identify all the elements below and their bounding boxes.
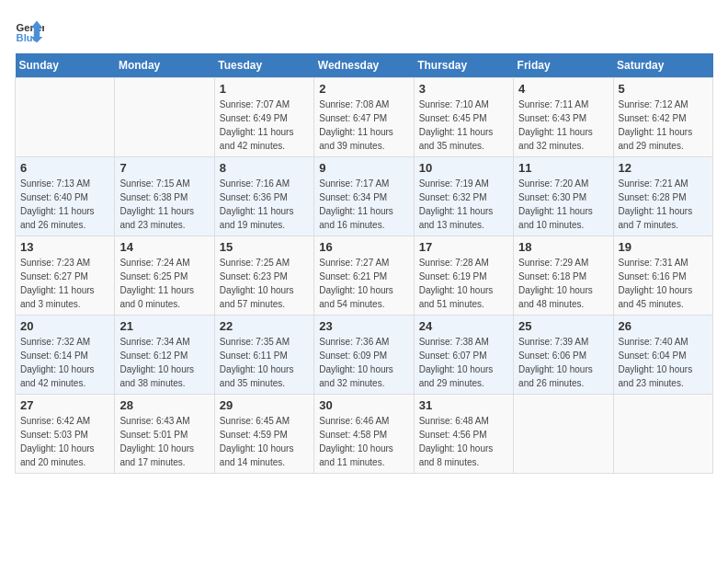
- calendar-cell: 14Sunrise: 7:24 AMSunset: 6:25 PMDayligh…: [115, 236, 214, 316]
- calendar-cell: 5Sunrise: 7:12 AMSunset: 6:42 PMDaylight…: [613, 78, 712, 157]
- week-row-2: 6Sunrise: 7:13 AMSunset: 6:40 PMDaylight…: [16, 157, 713, 236]
- calendar-cell: 9Sunrise: 7:17 AMSunset: 6:34 PMDaylight…: [314, 157, 414, 236]
- column-header-sunday: Sunday: [16, 53, 115, 78]
- day-info: Sunrise: 6:46 AMSunset: 4:58 PMDaylight:…: [319, 414, 408, 469]
- calendar-cell: [115, 78, 214, 157]
- calendar-cell: 21Sunrise: 7:34 AMSunset: 6:12 PMDayligh…: [115, 316, 214, 395]
- day-number: 31: [419, 398, 508, 412]
- day-info: Sunrise: 7:34 AMSunset: 6:12 PMDaylight:…: [119, 335, 209, 390]
- day-number: 18: [518, 240, 608, 254]
- day-info: Sunrise: 7:32 AMSunset: 6:14 PMDaylight:…: [20, 335, 109, 390]
- day-number: 8: [220, 161, 309, 175]
- day-number: 24: [419, 319, 508, 333]
- day-info: Sunrise: 7:25 AMSunset: 6:23 PMDaylight:…: [220, 256, 309, 311]
- day-info: Sunrise: 6:48 AMSunset: 4:56 PMDaylight:…: [419, 414, 508, 469]
- calendar-cell: 28Sunrise: 6:43 AMSunset: 5:01 PMDayligh…: [115, 395, 214, 474]
- day-info: Sunrise: 7:38 AMSunset: 6:07 PMDaylight:…: [419, 335, 508, 390]
- day-info: Sunrise: 6:42 AMSunset: 5:03 PMDaylight:…: [20, 414, 109, 469]
- day-info: Sunrise: 7:39 AMSunset: 6:06 PMDaylight:…: [518, 335, 608, 390]
- day-info: Sunrise: 7:13 AMSunset: 6:40 PMDaylight:…: [20, 177, 109, 232]
- day-info: Sunrise: 7:07 AMSunset: 6:49 PMDaylight:…: [220, 98, 309, 153]
- day-number: 10: [419, 161, 508, 175]
- day-info: Sunrise: 7:27 AMSunset: 6:21 PMDaylight:…: [319, 256, 408, 311]
- calendar-cell: 12Sunrise: 7:21 AMSunset: 6:28 PMDayligh…: [613, 157, 712, 236]
- day-info: Sunrise: 7:12 AMSunset: 6:42 PMDaylight:…: [619, 98, 708, 153]
- logo: General Blue: [15, 15, 50, 44]
- day-info: Sunrise: 7:29 AMSunset: 6:18 PMDaylight:…: [518, 256, 608, 311]
- day-info: Sunrise: 7:40 AMSunset: 6:04 PMDaylight:…: [619, 335, 708, 390]
- day-number: 30: [319, 398, 408, 412]
- calendar-cell: 26Sunrise: 7:40 AMSunset: 6:04 PMDayligh…: [613, 316, 712, 395]
- day-number: 9: [319, 161, 408, 175]
- calendar-cell: [514, 395, 613, 474]
- day-info: Sunrise: 7:19 AMSunset: 6:32 PMDaylight:…: [419, 177, 508, 232]
- calendar-cell: 4Sunrise: 7:11 AMSunset: 6:43 PMDaylight…: [514, 78, 613, 157]
- week-row-1: 1Sunrise: 7:07 AMSunset: 6:49 PMDaylight…: [16, 78, 713, 157]
- day-number: 14: [119, 240, 209, 254]
- day-number: 23: [319, 319, 408, 333]
- day-info: Sunrise: 7:20 AMSunset: 6:30 PMDaylight:…: [518, 177, 608, 232]
- day-number: 21: [119, 319, 209, 333]
- day-number: 6: [20, 161, 109, 175]
- day-info: Sunrise: 7:08 AMSunset: 6:47 PMDaylight:…: [319, 98, 408, 153]
- day-number: 7: [119, 161, 209, 175]
- logo-icon: General Blue: [15, 15, 44, 44]
- day-info: Sunrise: 7:16 AMSunset: 6:36 PMDaylight:…: [220, 177, 309, 232]
- calendar-cell: 22Sunrise: 7:35 AMSunset: 6:11 PMDayligh…: [214, 316, 313, 395]
- calendar-cell: [16, 78, 115, 157]
- calendar-cell: 30Sunrise: 6:46 AMSunset: 4:58 PMDayligh…: [314, 395, 414, 474]
- calendar-cell: 1Sunrise: 7:07 AMSunset: 6:49 PMDaylight…: [214, 78, 313, 157]
- column-header-tuesday: Tuesday: [214, 53, 313, 78]
- calendar-cell: 18Sunrise: 7:29 AMSunset: 6:18 PMDayligh…: [514, 236, 613, 316]
- day-number: 2: [319, 82, 408, 96]
- page-header: General Blue: [15, 15, 713, 44]
- calendar-cell: 3Sunrise: 7:10 AMSunset: 6:45 PMDaylight…: [414, 78, 513, 157]
- day-number: 17: [419, 240, 508, 254]
- day-info: Sunrise: 7:15 AMSunset: 6:38 PMDaylight:…: [119, 177, 209, 232]
- day-info: Sunrise: 7:21 AMSunset: 6:28 PMDaylight:…: [619, 177, 708, 232]
- day-number: 19: [619, 240, 708, 254]
- week-row-4: 20Sunrise: 7:32 AMSunset: 6:14 PMDayligh…: [16, 316, 713, 395]
- calendar-cell: 23Sunrise: 7:36 AMSunset: 6:09 PMDayligh…: [314, 316, 414, 395]
- calendar-table: SundayMondayTuesdayWednesdayThursdayFrid…: [15, 53, 713, 474]
- day-number: 28: [119, 398, 209, 412]
- day-number: 15: [220, 240, 309, 254]
- calendar-cell: 25Sunrise: 7:39 AMSunset: 6:06 PMDayligh…: [514, 316, 613, 395]
- day-info: Sunrise: 7:23 AMSunset: 6:27 PMDaylight:…: [20, 256, 109, 311]
- column-header-wednesday: Wednesday: [314, 53, 414, 78]
- calendar-cell: 13Sunrise: 7:23 AMSunset: 6:27 PMDayligh…: [16, 236, 115, 316]
- day-info: Sunrise: 7:35 AMSunset: 6:11 PMDaylight:…: [220, 335, 309, 390]
- calendar-cell: 19Sunrise: 7:31 AMSunset: 6:16 PMDayligh…: [613, 236, 712, 316]
- day-number: 20: [20, 319, 109, 333]
- day-number: 29: [220, 398, 309, 412]
- day-info: Sunrise: 7:24 AMSunset: 6:25 PMDaylight:…: [119, 256, 209, 311]
- day-info: Sunrise: 6:45 AMSunset: 4:59 PMDaylight:…: [220, 414, 309, 469]
- day-number: 4: [518, 82, 608, 96]
- day-number: 5: [619, 82, 708, 96]
- calendar-cell: 7Sunrise: 7:15 AMSunset: 6:38 PMDaylight…: [115, 157, 214, 236]
- day-info: Sunrise: 6:43 AMSunset: 5:01 PMDaylight:…: [119, 414, 209, 469]
- column-header-thursday: Thursday: [414, 53, 513, 78]
- day-info: Sunrise: 7:11 AMSunset: 6:43 PMDaylight:…: [518, 98, 608, 153]
- day-info: Sunrise: 7:36 AMSunset: 6:09 PMDaylight:…: [319, 335, 408, 390]
- calendar-cell: [613, 395, 712, 474]
- calendar-cell: 27Sunrise: 6:42 AMSunset: 5:03 PMDayligh…: [16, 395, 115, 474]
- calendar-cell: 10Sunrise: 7:19 AMSunset: 6:32 PMDayligh…: [414, 157, 513, 236]
- day-info: Sunrise: 7:28 AMSunset: 6:19 PMDaylight:…: [419, 256, 508, 311]
- calendar-cell: 2Sunrise: 7:08 AMSunset: 6:47 PMDaylight…: [314, 78, 414, 157]
- header-row: SundayMondayTuesdayWednesdayThursdayFrid…: [16, 53, 713, 78]
- column-header-saturday: Saturday: [613, 53, 712, 78]
- day-info: Sunrise: 7:31 AMSunset: 6:16 PMDaylight:…: [619, 256, 708, 311]
- day-number: 27: [20, 398, 109, 412]
- day-info: Sunrise: 7:10 AMSunset: 6:45 PMDaylight:…: [419, 98, 508, 153]
- day-number: 12: [619, 161, 708, 175]
- day-number: 13: [20, 240, 109, 254]
- column-header-monday: Monday: [115, 53, 214, 78]
- calendar-cell: 16Sunrise: 7:27 AMSunset: 6:21 PMDayligh…: [314, 236, 414, 316]
- calendar-cell: 8Sunrise: 7:16 AMSunset: 6:36 PMDaylight…: [214, 157, 313, 236]
- calendar-cell: 20Sunrise: 7:32 AMSunset: 6:14 PMDayligh…: [16, 316, 115, 395]
- calendar-cell: 29Sunrise: 6:45 AMSunset: 4:59 PMDayligh…: [214, 395, 313, 474]
- calendar-cell: 24Sunrise: 7:38 AMSunset: 6:07 PMDayligh…: [414, 316, 513, 395]
- calendar-cell: 11Sunrise: 7:20 AMSunset: 6:30 PMDayligh…: [514, 157, 613, 236]
- calendar-cell: 31Sunrise: 6:48 AMSunset: 4:56 PMDayligh…: [414, 395, 513, 474]
